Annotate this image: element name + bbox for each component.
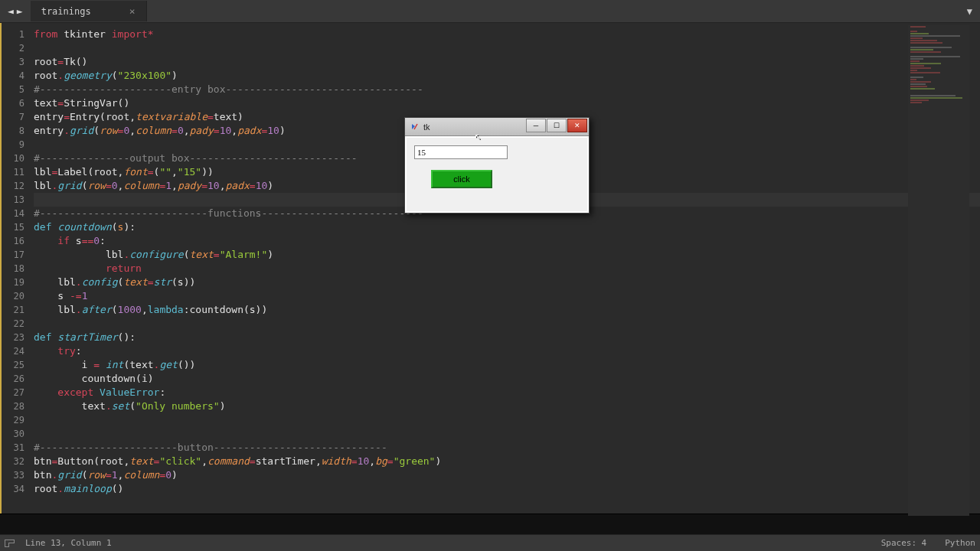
close-button[interactable]: ✕ [567, 119, 587, 132]
nav-back-icon[interactable]: ◄ [6, 5, 15, 17]
tk-title: tk [423, 122, 526, 132]
nav-arrows: ◄ ► [0, 5, 31, 17]
indent-setting[interactable]: Spaces: 4 [881, 538, 927, 548]
click-button[interactable]: click [431, 170, 492, 188]
code-area[interactable]: from tkinter import* root=Tk()root.geome… [34, 23, 980, 514]
minimize-button[interactable]: ─ [526, 119, 546, 132]
tab-dropdown-icon[interactable]: ▼ [967, 6, 972, 17]
line-gutter: 1234567891011121314151617181920212223242… [0, 23, 34, 514]
panel-icon[interactable] [5, 540, 15, 547]
tab-label: trainings [41, 6, 91, 17]
editor: 1234567891011121314151617181920212223242… [0, 23, 980, 514]
cursor-position: Line 13, Column 1 [25, 538, 112, 548]
close-icon[interactable]: × [129, 5, 136, 17]
tab-trainings[interactable]: trainings × [31, 1, 147, 21]
status-bar: Line 13, Column 1 Spaces: 4 Python [0, 534, 980, 551]
tk-app-icon [410, 122, 419, 132]
tk-window: tk ─ ☐ ✕ click [404, 117, 590, 214]
nav-forward-icon[interactable]: ► [15, 5, 24, 17]
maximize-button[interactable]: ☐ [547, 119, 567, 132]
tab-bar: ◄ ► trainings × ▼ [0, 0, 980, 23]
console-bar[interactable] [0, 514, 980, 534]
timer-entry[interactable] [414, 145, 508, 159]
tk-titlebar[interactable]: tk ─ ☐ ✕ [405, 118, 589, 136]
minimap[interactable] [908, 25, 969, 516]
tk-body: click [405, 136, 589, 213]
language-mode[interactable]: Python [945, 538, 975, 548]
